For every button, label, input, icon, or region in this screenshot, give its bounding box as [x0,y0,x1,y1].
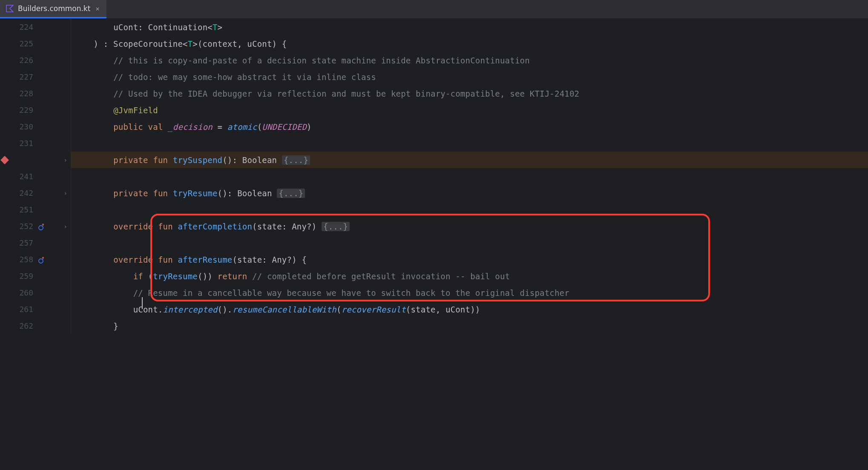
code-line: } [71,318,868,334]
folded-region[interactable]: {...} [322,222,350,231]
line-number: 251 [0,205,37,214]
line-number: 261 [0,305,37,314]
code-line: public val _decision = atomic(UNDECIDED) [71,118,868,135]
code-line [71,235,868,251]
line-number: 241 [0,172,37,181]
gutter: 224 225 226 227 228 229 230 231 › 241 24… [0,19,71,334]
svg-point-1 [39,259,43,263]
tab-bar: Builders.common.kt × [0,0,868,19]
line-number: 224 [0,23,37,32]
code-line: override fun afterCompletion(state: Any?… [71,218,868,235]
code-line: uCont.intercepted().resumeCancellableWit… [71,301,868,318]
code-line: if (tryResume()) return // completed bef… [71,268,868,284]
close-icon[interactable]: × [95,5,101,13]
text-caret [142,297,143,309]
tab-label: Builders.common.kt [18,4,90,13]
line-number: 259 [0,272,37,281]
line-number: 260 [0,288,37,297]
tab-builders-common[interactable]: Builders.common.kt × [0,0,106,18]
code-line [71,135,868,152]
line-number: 229 [0,106,37,115]
kotlin-file-icon [6,5,14,12]
code-line: // this is copy-and-paste of a decision … [71,52,868,69]
code-line: // Used by the IDEA debugger via reflect… [71,85,868,102]
line-number: 227 [0,72,37,81]
line-number: 226 [0,56,37,65]
editor: 224 225 226 227 228 229 230 231 › 241 24… [0,19,868,334]
line-number: 231 [0,139,37,148]
override-icon[interactable] [38,223,45,230]
fold-icon[interactable]: › [64,223,67,230]
folded-region[interactable]: {...} [282,155,310,165]
code-line: @JvmField [71,102,868,118]
folded-region[interactable]: {...} [277,189,305,198]
code-line: override fun afterResume(state: Any?) { [71,251,868,268]
line-number: 258 [0,255,37,264]
code-line [71,201,868,218]
line-number: 225 [0,39,37,48]
breakpoint-icon[interactable] [0,156,9,164]
override-icon[interactable] [38,256,45,263]
fold-icon[interactable]: › [64,157,67,163]
fold-icon[interactable]: › [64,190,67,197]
line-number: 230 [0,122,37,131]
code-line: private fun trySuspend(): Boolean {...} [71,152,868,168]
line-number: 228 [0,89,37,98]
line-number: 252 [0,222,37,231]
code-line: // Resume in a cancellable way because w… [71,284,868,301]
line-number: 242 [0,189,37,198]
code-line: // todo: we may some-how abstract it via… [71,69,868,85]
code-area[interactable]: uCont: Continuation<T> ) : ScopeCoroutin… [71,19,868,334]
code-line: private fun tryResume(): Boolean {...} [71,185,868,201]
line-number: 257 [0,238,37,247]
code-line: ) : ScopeCoroutine<T>(context, uCont) { [71,35,868,52]
code-line: uCont: Continuation<T> [71,19,868,35]
line-number: 262 [0,321,37,330]
code-line [71,168,868,185]
svg-point-0 [39,226,43,230]
